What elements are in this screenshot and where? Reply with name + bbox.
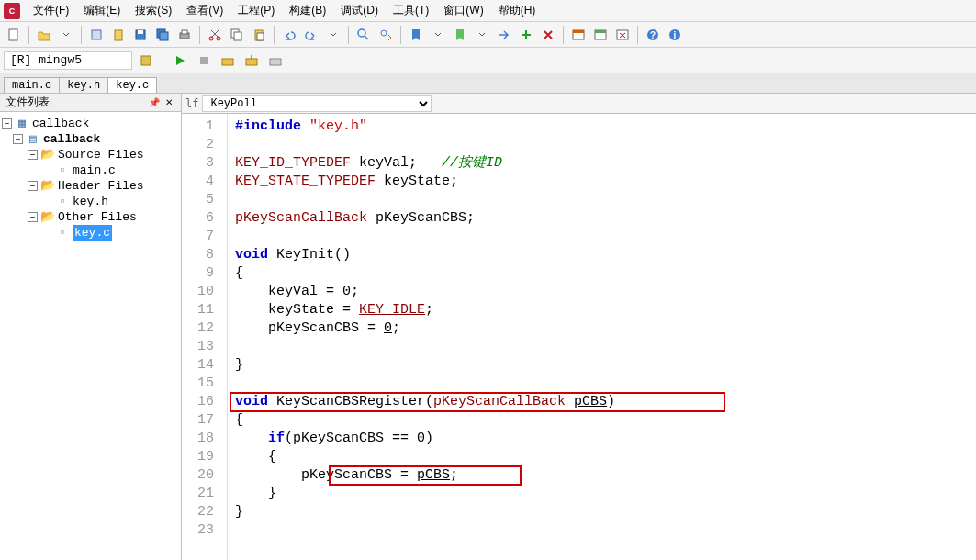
collapse-icon[interactable]: − [28, 181, 38, 191]
code-line[interactable]: pKeyScanCBS = 0; [235, 319, 969, 338]
print-icon[interactable] [174, 25, 195, 45]
code-line[interactable]: void KeyInit() [235, 246, 969, 264]
find-icon[interactable] [353, 25, 374, 45]
code-line[interactable] [235, 136, 969, 154]
svg-rect-30 [270, 59, 281, 65]
folder-icon: 📂 [40, 149, 55, 162]
collapse-icon[interactable]: − [13, 134, 23, 144]
code-line[interactable]: if(pKeyScanCBS == 0) [235, 430, 969, 448]
function-dropdown[interactable]: KeyPoll [202, 95, 432, 112]
file-tab-1[interactable]: key.h [59, 77, 108, 93]
menu-view[interactable]: 查看(V) [179, 1, 230, 20]
folder-icon: 📂 [40, 211, 55, 224]
info-icon[interactable]: i [665, 25, 685, 45]
menu-tools[interactable]: 工具(T) [386, 1, 436, 20]
code-line[interactable]: } [235, 503, 969, 521]
goto-icon[interactable] [494, 25, 514, 45]
code-line[interactable] [235, 375, 969, 393]
open-icon[interactable] [34, 25, 54, 45]
help-icon[interactable]: ? [643, 25, 663, 45]
compile-remove-icon[interactable] [538, 25, 558, 45]
pin-icon[interactable]: 📌 [148, 96, 161, 109]
new-file-icon[interactable] [4, 25, 24, 45]
collapse-icon[interactable]: − [28, 150, 38, 160]
undo-icon[interactable] [279, 25, 299, 45]
paste-icon[interactable] [108, 25, 129, 45]
compile-add-icon[interactable] [516, 25, 536, 45]
code-line[interactable]: } [235, 356, 969, 375]
redo-dropdown-icon[interactable] [323, 25, 343, 45]
bookmark2-icon[interactable] [450, 25, 470, 45]
save-all-icon[interactable] [152, 25, 173, 45]
tree-project[interactable]: − ▤ callback [2, 131, 179, 147]
code-line[interactable]: { [235, 448, 969, 466]
rebuild-icon[interactable] [241, 50, 262, 71]
cut-icon[interactable] [205, 25, 225, 45]
tree-folder-source[interactable]: − 📂 Source Files [2, 147, 179, 162]
code-line[interactable] [235, 191, 969, 209]
menu-project[interactable]: 工程(P) [230, 1, 282, 20]
redo-icon[interactable] [301, 25, 321, 45]
tree-folder-header[interactable]: − 📂 Header Files [2, 178, 179, 194]
svg-rect-6 [160, 32, 168, 40]
code-line[interactable]: keyVal = 0; [235, 283, 969, 301]
code-line[interactable] [235, 228, 969, 246]
find-next-icon[interactable] [376, 25, 396, 45]
tree-root[interactable]: − ▦ callback [2, 116, 179, 131]
line-number: 13 [187, 338, 214, 356]
code-line[interactable] [235, 338, 969, 356]
open-dropdown-icon[interactable] [56, 25, 76, 45]
close-panel-icon[interactable]: ✕ [163, 96, 175, 109]
tree-file-mainc[interactable]: ▫ main.c [2, 162, 179, 178]
save-icon[interactable] [130, 25, 151, 45]
bookmark-icon[interactable] [406, 25, 426, 45]
line-number: 15 [187, 375, 214, 393]
file-tab-2[interactable]: key.c [107, 77, 157, 93]
file-tab-0[interactable]: main.c [4, 77, 60, 93]
code-body[interactable]: #include "key.h"KEY_ID_TYPEDEF keyVal; /… [228, 114, 976, 560]
tree-file-keyh[interactable]: ▫ key.h [2, 194, 179, 209]
code-editor[interactable]: 1234567891011121314151617181920212223 #i… [182, 114, 976, 560]
copy-icon[interactable] [227, 25, 247, 45]
line-number: 23 [187, 521, 214, 540]
menu-edit[interactable]: 编辑(E) [76, 1, 128, 20]
menu-debug[interactable]: 调试(D) [333, 1, 386, 20]
window2-icon[interactable] [590, 25, 611, 45]
tree-folder-other[interactable]: − 📂 Other Files [2, 209, 179, 225]
menu-search[interactable]: 搜索(S) [128, 1, 179, 20]
menu-build[interactable]: 构建(B) [282, 1, 333, 20]
code-line[interactable] [235, 521, 969, 540]
build-icon[interactable] [218, 50, 238, 71]
clean-icon[interactable] [265, 50, 286, 71]
code-line[interactable]: { [235, 411, 969, 430]
target-settings-icon[interactable] [136, 50, 156, 71]
collapse-icon[interactable]: − [28, 212, 38, 222]
bookmark2-dd-icon[interactable] [472, 25, 492, 45]
window1-icon[interactable] [568, 25, 589, 45]
code-line[interactable]: KEY_ID_TYPEDEF keyVal; //按键ID [235, 154, 969, 173]
code-line[interactable]: pKeyScanCBS = pCBS; [235, 466, 969, 485]
menu-file[interactable]: 文件(F) [26, 1, 76, 20]
run-icon[interactable] [170, 50, 190, 71]
code-line[interactable]: } [235, 485, 969, 503]
bookmark-dd-icon[interactable] [428, 25, 448, 45]
svg-rect-4 [138, 30, 143, 34]
close-window-icon[interactable] [612, 25, 633, 45]
code-line[interactable]: #include "key.h" [235, 118, 969, 136]
paste2-icon[interactable] [249, 25, 269, 45]
code-line[interactable]: void KeyScanCBSRegister(pKeyScanCallBack… [235, 393, 969, 411]
tree-file-keyc[interactable]: ▫ key.c [2, 225, 179, 241]
code-line[interactable]: KEY_STATE_TYPEDEF keyState; [235, 173, 969, 191]
line-number: 8 [187, 246, 214, 264]
build-target[interactable]: [R] mingw5 [4, 51, 132, 70]
code-line[interactable]: pKeyScanCallBack pKeyScanCBS; [235, 209, 969, 228]
edit-icon[interactable] [86, 25, 107, 45]
menubar: C 文件(F) 编辑(E) 搜索(S) 查看(V) 工程(P) 构建(B) 调试… [0, 0, 976, 22]
line-number: 1 [187, 118, 214, 136]
collapse-icon[interactable]: − [2, 118, 12, 129]
code-line[interactable]: keyState = KEY_IDLE; [235, 301, 969, 319]
code-line[interactable]: { [235, 264, 969, 283]
menu-help[interactable]: 帮助(H) [491, 1, 544, 20]
stop-icon[interactable] [194, 50, 214, 71]
menu-window[interactable]: 窗口(W) [436, 1, 490, 20]
